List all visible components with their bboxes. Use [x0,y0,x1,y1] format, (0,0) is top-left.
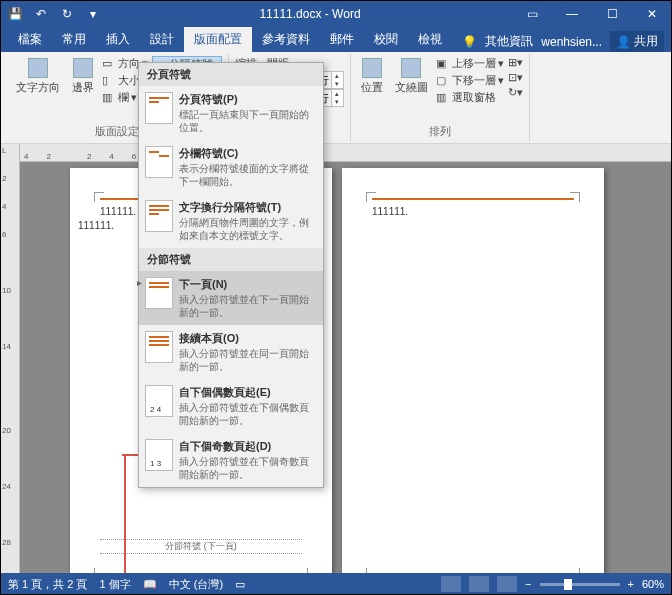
annotation-arrow [124,454,126,573]
dd-item-column-break[interactable]: 分欄符號(C)表示分欄符號後面的文字將從下一欄開始。 [139,140,323,194]
tab-home[interactable]: 常用 [52,27,96,52]
dd-item-page-break[interactable]: 分頁符號(P)標記一頁結束與下一頁開始的位置。 [139,86,323,140]
document-text-margin: 111111. [78,220,114,231]
dd-item-text-wrapping-break[interactable]: 文字換行分隔符號(T)分隔網頁物件周圍的文字，例如來自本文的標號文字。 [139,194,323,248]
tab-mailings[interactable]: 郵件 [320,27,364,52]
tellme-icon[interactable]: 💡 [462,35,477,49]
redo-button[interactable]: ↻ [56,3,78,25]
tab-view[interactable]: 檢視 [408,27,452,52]
bring-forward-button[interactable]: ▣上移一層▾ [436,56,504,71]
window-title: 11111.docx - Word [108,7,512,21]
account-name[interactable]: wenhsien... [541,35,602,49]
page-2[interactable]: 111111. [342,168,604,573]
document-area: L 2 4 6 10 14 20 24 28 4224630 111111. 1… [0,144,672,573]
zoom-in-button[interactable]: + [628,578,634,590]
save-button[interactable]: 💾 [4,3,26,25]
section-break-marker: 分節符號 (下一頁) [100,539,302,554]
zoom-slider[interactable] [540,583,620,586]
undo-button[interactable]: ↶ [30,3,52,25]
margins-button[interactable]: 邊界 [68,56,98,105]
minimize-button[interactable]: — [552,0,592,28]
group-arrange-label: 排列 [357,124,523,139]
tab-insert[interactable]: 插入 [96,27,140,52]
view-web-layout[interactable] [497,576,517,592]
dd-section-page-breaks: 分頁符號 [139,63,323,86]
view-read-mode[interactable] [441,576,461,592]
selection-pane-button[interactable]: ▥選取窗格 [436,90,504,105]
send-backward-button[interactable]: ▢下移一層▾ [436,73,504,88]
wrap-text-button[interactable]: 文繞圖 [391,56,432,105]
status-page[interactable]: 第 1 頁，共 2 頁 [8,577,87,592]
vertical-ruler[interactable]: L 2 4 6 10 14 20 24 28 [0,144,20,573]
ribbon-display-options[interactable]: ▭ [512,0,552,28]
tab-file[interactable]: 檔案 [8,27,52,52]
qa-more-button[interactable]: ▾ [82,3,104,25]
horizontal-ruler[interactable]: 4224630 [20,144,672,162]
dd-item-odd-page[interactable]: 1 3 自下個奇數頁起(D)插入分節符號並在下個奇數頁開始新的一節。 [139,433,323,487]
group-button[interactable]: ⊡▾ [508,71,523,84]
tab-layout[interactable]: 版面配置 [184,27,252,52]
breaks-dropdown-menu: 分頁符號 分頁符號(P)標記一頁結束與下一頁開始的位置。 分欄符號(C)表示分欄… [138,62,324,488]
dd-section-section-breaks: 分節符號 [139,248,323,271]
view-print-layout[interactable] [469,576,489,592]
status-language[interactable]: 中文 (台灣) [169,577,223,592]
dd-item-continuous[interactable]: 接續本頁(O)插入分節符號並在同一頁開始新的一節。 [139,325,323,379]
ribbon: 文字方向 邊界 ▭方向▾ ▯大小▾ ▥欄▾ ≡分隔符號▾ 版面設定 縮排 →≡ … [0,52,672,144]
zoom-out-button[interactable]: − [525,578,531,590]
status-word-count[interactable]: 1 個字 [99,577,130,592]
status-spell-icon[interactable]: 📖 [143,578,157,591]
ribbon-tabs: 檔案 常用 插入 設計 版面配置 參考資料 郵件 校閱 檢視 💡 其他資訊 we… [0,28,672,52]
align-button[interactable]: ⊞▾ [508,56,523,69]
document-text-p2[interactable]: 111111. [372,206,574,217]
rotate-button[interactable]: ↻▾ [508,86,523,99]
close-button[interactable]: ✕ [632,0,672,28]
text-direction-button[interactable]: 文字方向 [12,56,64,105]
position-button[interactable]: 位置 [357,56,387,105]
tab-references[interactable]: 參考資料 [252,27,320,52]
quick-access-toolbar: 💾 ↶ ↻ ▾ [0,3,108,25]
maximize-button[interactable]: ☐ [592,0,632,28]
title-bar: 💾 ↶ ↻ ▾ 11111.docx - Word ▭ — ☐ ✕ [0,0,672,28]
zoom-level[interactable]: 60% [642,578,664,590]
status-bar: 第 1 頁，共 2 頁 1 個字 📖 中文 (台灣) ▭ − + 60% [0,573,672,595]
tellme-label[interactable]: 其他資訊 [485,33,533,50]
status-macro-icon[interactable]: ▭ [235,578,245,591]
dd-item-next-page[interactable]: 下一頁(N)插入分節符號並在下一頁開始新的一節。 [139,271,323,325]
tab-review[interactable]: 校閱 [364,27,408,52]
dd-item-even-page[interactable]: 2 4 自下個偶數頁起(E)插入分節符號並在下個偶數頁開始新的一節。 [139,379,323,433]
tab-design[interactable]: 設計 [140,27,184,52]
share-button[interactable]: 👤共用 [610,31,664,52]
